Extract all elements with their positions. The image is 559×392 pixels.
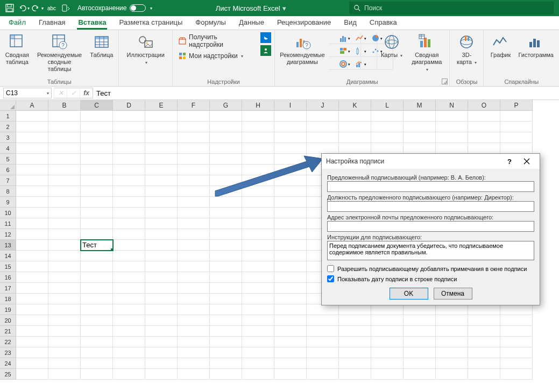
- cell[interactable]: [178, 294, 210, 304]
- cell[interactable]: [48, 358, 81, 369]
- cell[interactable]: [178, 132, 210, 143]
- cell[interactable]: [145, 175, 178, 186]
- row-header[interactable]: 13: [0, 240, 16, 251]
- cell[interactable]: [274, 240, 307, 251]
- tab-formulas[interactable]: Формулы: [189, 16, 232, 30]
- enter-formula-icon[interactable]: ✓: [67, 88, 80, 98]
- cell[interactable]: [145, 251, 178, 261]
- cell[interactable]: [339, 347, 371, 358]
- cell[interactable]: [81, 272, 113, 283]
- cell[interactable]: [16, 186, 48, 197]
- cell[interactable]: [468, 326, 500, 337]
- cell[interactable]: [81, 175, 113, 186]
- cell[interactable]: [210, 186, 242, 197]
- row-header[interactable]: 9: [0, 197, 16, 208]
- cell[interactable]: [307, 111, 339, 122]
- cell[interactable]: [274, 186, 307, 197]
- cell[interactable]: [500, 122, 533, 132]
- cell[interactable]: [113, 240, 145, 251]
- column-header[interactable]: M: [404, 100, 436, 111]
- row-header[interactable]: 4: [0, 143, 16, 154]
- row-header[interactable]: 7: [0, 175, 16, 186]
- cell[interactable]: [178, 337, 210, 347]
- cell[interactable]: [48, 122, 81, 132]
- cell[interactable]: [81, 111, 113, 122]
- cell[interactable]: [178, 347, 210, 358]
- cell[interactable]: [16, 122, 48, 132]
- column-header[interactable]: I: [274, 100, 307, 111]
- cell[interactable]: [113, 197, 145, 208]
- cell[interactable]: [274, 315, 307, 326]
- cell[interactable]: [242, 272, 274, 283]
- cell[interactable]: [274, 251, 307, 261]
- cell[interactable]: [436, 304, 468, 315]
- cell[interactable]: [500, 369, 533, 380]
- cell[interactable]: [242, 229, 274, 240]
- cell[interactable]: [274, 154, 307, 165]
- cell[interactable]: [468, 304, 500, 315]
- cell[interactable]: [48, 208, 81, 218]
- cell[interactable]: [113, 337, 145, 347]
- sparkline-line-button[interactable]: График: [487, 32, 514, 60]
- cell[interactable]: [48, 132, 81, 143]
- cell[interactable]: [16, 175, 48, 186]
- cell[interactable]: [436, 111, 468, 122]
- cell[interactable]: [210, 261, 242, 272]
- touch-mode-icon[interactable]: [59, 2, 72, 15]
- cell[interactable]: [436, 122, 468, 132]
- cell[interactable]: [339, 358, 371, 369]
- cell[interactable]: [242, 154, 274, 165]
- people-graph-icon[interactable]: [260, 45, 271, 56]
- cell[interactable]: [48, 240, 81, 251]
- cell[interactable]: [178, 229, 210, 240]
- cell[interactable]: [145, 218, 178, 229]
- cell[interactable]: [113, 261, 145, 272]
- cell[interactable]: [307, 304, 339, 315]
- recommended-charts-button[interactable]: ? Рекомендуемые диаграммы: [278, 32, 327, 67]
- search-input[interactable]: [364, 4, 549, 12]
- checkbox-allow-comments[interactable]: [327, 265, 334, 272]
- column-header[interactable]: L: [371, 100, 404, 111]
- cell[interactable]: [210, 240, 242, 251]
- cell[interactable]: [339, 122, 371, 132]
- cell[interactable]: [468, 358, 500, 369]
- cell[interactable]: [81, 143, 113, 154]
- cell[interactable]: [274, 347, 307, 358]
- cell[interactable]: [210, 229, 242, 240]
- my-addins-button[interactable]: Мои надстройки▾: [176, 51, 255, 61]
- cell[interactable]: [210, 369, 242, 380]
- tab-home[interactable]: Главная: [32, 16, 72, 30]
- cell[interactable]: [81, 358, 113, 369]
- cell[interactable]: [404, 358, 436, 369]
- column-header[interactable]: J: [307, 100, 339, 111]
- cell[interactable]: [178, 283, 210, 294]
- tab-help[interactable]: Справка: [363, 16, 404, 30]
- cell[interactable]: [500, 337, 533, 347]
- cancel-button[interactable]: Отмена: [434, 288, 472, 300]
- row-header[interactable]: 17: [0, 283, 16, 294]
- cell[interactable]: [274, 358, 307, 369]
- cell[interactable]: [242, 347, 274, 358]
- cell[interactable]: [145, 369, 178, 380]
- cell[interactable]: [210, 132, 242, 143]
- cell[interactable]: [48, 304, 81, 315]
- row-header[interactable]: 21: [0, 326, 16, 337]
- cell[interactable]: [210, 175, 242, 186]
- cell[interactable]: [274, 218, 307, 229]
- show-date-checkbox[interactable]: Показывать дату подписи в строке подписи: [327, 275, 534, 282]
- cell[interactable]: [145, 315, 178, 326]
- cell[interactable]: [210, 154, 242, 165]
- cell[interactable]: [339, 315, 371, 326]
- cell[interactable]: [242, 122, 274, 132]
- cell[interactable]: [274, 111, 307, 122]
- cell[interactable]: [81, 229, 113, 240]
- cell[interactable]: [16, 143, 48, 154]
- cell[interactable]: [16, 154, 48, 165]
- table-button[interactable]: Таблица: [88, 32, 115, 60]
- cell[interactable]: [48, 326, 81, 337]
- cell[interactable]: [178, 326, 210, 337]
- row-header[interactable]: 15: [0, 261, 16, 272]
- cell[interactable]: [145, 272, 178, 283]
- cell[interactable]: [210, 218, 242, 229]
- cell[interactable]: [210, 304, 242, 315]
